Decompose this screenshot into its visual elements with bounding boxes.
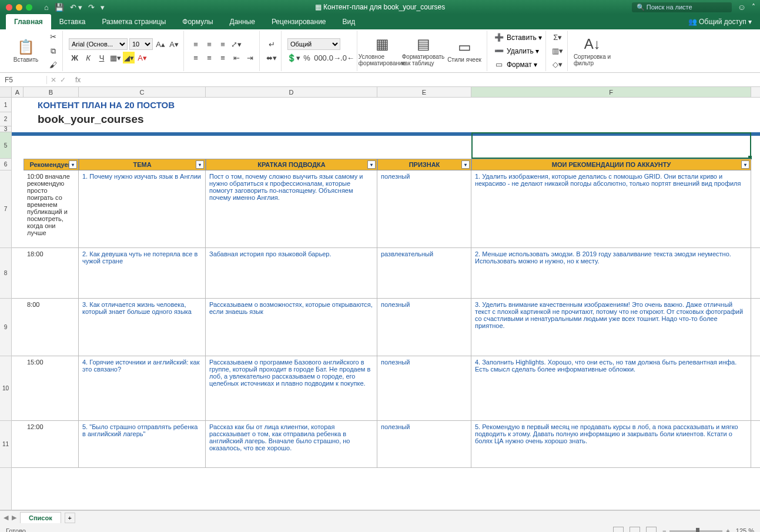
row-8[interactable]: 8: [0, 248, 11, 299]
zoom-window[interactable]: [26, 4, 32, 11]
row-2[interactable]: 2: [0, 112, 11, 126]
percent-icon[interactable]: %: [301, 52, 313, 63]
cancel-formula-icon[interactable]: ✕: [51, 76, 56, 84]
zoom-out-icon[interactable]: −: [662, 527, 666, 532]
qat-undo-icon[interactable]: ↶ ▾: [70, 3, 83, 12]
clear-icon[interactable]: ◇▾: [552, 58, 564, 70]
cell-tag[interactable]: полезный: [377, 170, 471, 247]
format-as-table-button[interactable]: ▤Форматировать как таблицу: [404, 32, 442, 70]
confirm-formula-icon[interactable]: ✓: [60, 76, 66, 84]
qat-home-icon[interactable]: ⌂: [44, 3, 49, 12]
cell-time[interactable]: 10:00 вначале рекомендую просто поиграть…: [24, 170, 79, 247]
filter-icon[interactable]: ▾: [741, 160, 749, 169]
cell-lead[interactable]: Пост о том, почему сложно выучить язык с…: [206, 170, 377, 247]
orientation-icon[interactable]: ⤢▾: [230, 38, 242, 50]
add-sheet-button[interactable]: +: [65, 513, 75, 523]
align-left-icon[interactable]: ≡: [190, 52, 202, 63]
filter-icon[interactable]: ▾: [367, 160, 376, 169]
fill-icon[interactable]: ▥▾: [552, 45, 564, 57]
decrease-font-icon[interactable]: A▾: [168, 38, 180, 50]
number-format-select[interactable]: Общий: [287, 38, 340, 50]
tab-home[interactable]: Главная: [6, 14, 51, 29]
borders-button[interactable]: ▦▾: [109, 52, 121, 63]
cell-reco[interactable]: 4. Заполнить Highlights. Хорошо, что они…: [471, 356, 751, 420]
insert-cells-icon[interactable]: ➕: [493, 32, 505, 44]
select-all-cell[interactable]: [0, 87, 12, 97]
cell-theme[interactable]: 1. Почему нужно изучать язык в Англии: [79, 170, 206, 247]
col-E[interactable]: E: [377, 87, 471, 97]
formula-input[interactable]: [86, 76, 760, 84]
increase-font-icon[interactable]: A▴: [155, 38, 166, 50]
filter-icon[interactable]: ▾: [461, 160, 470, 169]
cell-reco[interactable]: 1. Удалить изображения, которые делались…: [471, 170, 751, 247]
cell-theme[interactable]: 3. Как отличается жизнь человека, которы…: [79, 299, 206, 356]
header-theme[interactable]: ТЕМА▾: [79, 159, 206, 170]
merge-cells-icon[interactable]: ⬌▾: [266, 52, 277, 63]
cell-tag[interactable]: полезный: [377, 356, 471, 420]
cell-reco[interactable]: 5. Рекомендую в первый месяц не продават…: [471, 421, 751, 467]
cell-reco[interactable]: 2. Меньше использовать эмодзи. В 2019 го…: [471, 248, 751, 298]
currency-icon[interactable]: 💲▾: [287, 52, 299, 63]
insert-cells-label[interactable]: Вставить: [507, 34, 537, 42]
cell-lead[interactable]: Рассказ как бы от лица клиентки, которая…: [206, 421, 377, 467]
tab-insert[interactable]: Вставка: [51, 14, 94, 29]
filter-icon[interactable]: ▾: [69, 160, 77, 169]
row-11[interactable]: 11: [0, 421, 11, 468]
filter-icon[interactable]: ▾: [196, 160, 204, 169]
row-9[interactable]: 9: [0, 299, 11, 356]
zoom-slider[interactable]: − +: [662, 527, 730, 532]
indent-decrease-icon[interactable]: ⇤: [230, 52, 242, 63]
format-cells-icon[interactable]: ▭: [493, 59, 505, 71]
close-window[interactable]: [6, 4, 12, 11]
underline-button[interactable]: Ч: [96, 52, 108, 63]
align-center-icon[interactable]: ≡: [203, 52, 215, 63]
cells-area[interactable]: КОНТЕНТ ПЛАН НА 20 ПОСТОВ book_your_cour…: [12, 98, 760, 510]
col-A[interactable]: A: [12, 87, 24, 97]
cell-theme[interactable]: 4. Горячие источники и английский: как э…: [79, 356, 206, 420]
cell-theme[interactable]: 2. Как девушка чуть не потеряла все в чу…: [79, 248, 206, 298]
cell-theme[interactable]: 5. "Было страшно отправлять ребенка в ан…: [79, 421, 206, 467]
zoom-in-icon[interactable]: +: [726, 527, 729, 532]
col-F[interactable]: F: [471, 87, 751, 97]
cell-tag[interactable]: полезный: [377, 421, 471, 467]
share-button[interactable]: 👥 Общий доступ ▾: [680, 14, 760, 29]
format-cells-label[interactable]: Формат: [507, 61, 532, 69]
conditional-formatting-button[interactable]: ▦Условное форматирование: [363, 32, 401, 70]
cell-lead[interactable]: Рассказываем о возможностях, которые отк…: [206, 299, 377, 356]
autosum-icon[interactable]: Σ▾: [552, 32, 564, 44]
qat-save-icon[interactable]: 💾: [55, 3, 64, 12]
font-color-button[interactable]: A▾: [136, 52, 148, 63]
tab-view[interactable]: Вид: [334, 14, 364, 29]
subtitle-cell[interactable]: book_your_courses: [38, 113, 144, 126]
view-page-layout-icon[interactable]: [630, 527, 640, 532]
qat-redo-icon[interactable]: ↷: [88, 3, 95, 12]
tab-formulas[interactable]: Формулы: [174, 14, 221, 29]
zoom-level[interactable]: 125 %: [736, 527, 754, 532]
row-10[interactable]: 10: [0, 356, 11, 421]
wrap-text-icon[interactable]: ↵: [266, 38, 277, 50]
sort-filter-button[interactable]: A↓Сортировка и фильтр: [574, 36, 611, 66]
thousands-icon[interactable]: 000: [314, 52, 326, 63]
cell-reco[interactable]: 3. Уделить внимание качественным изображ…: [471, 299, 751, 356]
row-1[interactable]: 1: [0, 98, 11, 112]
font-size-select[interactable]: 10: [129, 38, 153, 50]
row-6[interactable]: 6: [0, 159, 11, 170]
header-tag[interactable]: ПРИЗНАК▾: [377, 159, 471, 170]
align-middle-icon[interactable]: ≡: [203, 38, 215, 50]
cell-lead[interactable]: Забавная история про языковой барьер.: [206, 248, 377, 298]
delete-cells-label[interactable]: Удалить: [507, 47, 534, 55]
tab-data[interactable]: Данные: [222, 14, 263, 29]
title-cell[interactable]: КОНТЕНТ ПЛАН НА 20 ПОСТОВ: [38, 100, 175, 110]
ribbon-toggle-icon[interactable]: ˄: [752, 3, 755, 11]
cell-time[interactable]: 8:00: [24, 299, 79, 356]
indent-increase-icon[interactable]: ⇥: [244, 52, 256, 63]
col-B[interactable]: B: [24, 87, 79, 97]
format-painter-icon[interactable]: 🖌: [47, 59, 59, 71]
decrease-decimal-icon[interactable]: .0←: [342, 52, 353, 63]
cell-lead[interactable]: Рассказываем о программе Базового англий…: [206, 356, 377, 420]
align-bottom-icon[interactable]: ≡: [217, 38, 229, 50]
header-lead[interactable]: КРАТКАЯ ПОДВОДКА▾: [206, 159, 377, 170]
fill-color-button[interactable]: ◢▾: [123, 52, 135, 63]
minimize-window[interactable]: [16, 4, 22, 11]
increase-decimal-icon[interactable]: .0→: [328, 52, 340, 63]
